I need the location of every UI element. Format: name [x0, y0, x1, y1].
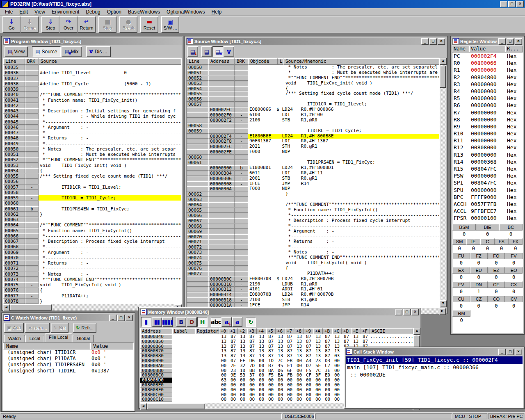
register-row[interactable]: R500000000Hex	[452, 95, 523, 102]
maximize-button[interactable]: □	[508, 1, 516, 7]
memory-byte[interactable]: 87	[228, 339, 238, 344]
memory-byte[interactable]: 13	[313, 354, 323, 358]
register-row[interactable]: R700000000Hex	[452, 109, 523, 116]
memory-byte[interactable]: 13	[238, 339, 247, 344]
step-button[interactable]: ⇓Step	[41, 16, 59, 33]
flag-cx[interactable]: CX	[505, 281, 523, 288]
flag-co[interactable]: CO	[488, 296, 505, 302]
memory-byte[interactable]: 00	[285, 388, 294, 393]
callstack-entry[interactable]: :: 000002DE	[346, 371, 523, 379]
memory-byte[interactable]: 87	[285, 349, 294, 354]
program-row[interactable]: 00075-void TID1_FixCycInt( void )	[3, 282, 181, 288]
memory-byte[interactable]: 87	[247, 349, 257, 354]
program-row[interactable]: 00063	[3, 217, 181, 222]
tab-file-local[interactable]: File Local	[45, 333, 72, 342]
program-row[interactable]: 00055/*** Setting fixed cycle count mode…	[3, 173, 181, 179]
memory-byte[interactable]: CF	[304, 373, 313, 378]
memory-byte[interactable]: 00	[276, 383, 285, 388]
memory-byte[interactable]: 87	[247, 354, 257, 358]
program-row[interactable]: 00058	[3, 190, 181, 195]
memory-byte[interactable]: 13	[219, 354, 228, 358]
flag-ce[interactable]: CE	[488, 281, 505, 288]
breakpoint-cell[interactable]	[25, 119, 39, 125]
program-row[interactable]: 00035	[3, 65, 181, 70]
minimize-button[interactable]: _	[500, 1, 507, 7]
source-row[interactable]: 00066 *---------------------------------…	[187, 213, 439, 218]
breakpoint-cell[interactable]	[25, 108, 39, 114]
memory-byte[interactable]: D6	[276, 368, 285, 373]
memory-byte[interactable]: 13	[257, 334, 266, 339]
memory-byte[interactable]: BB	[247, 368, 257, 373]
program-row[interactable]: 00070 *---------------------------------…	[3, 255, 181, 260]
memory-byte[interactable]: 87	[323, 339, 332, 344]
memory-tool-bars1-button[interactable]: ▮	[141, 317, 151, 327]
program-row[interactable]: 00051 * : Must be executed while interru…	[3, 152, 181, 157]
source-row[interactable]: 00051 * : Must be executed while interru…	[187, 70, 439, 75]
memory-byte[interactable]: 00	[294, 383, 304, 388]
memory-byte[interactable]: A4	[304, 358, 313, 363]
register-row[interactable]: SPU00000000Hex	[452, 187, 523, 194]
register-row[interactable]: R1200808000Hex	[452, 144, 523, 151]
breakpoint-cell[interactable]: -	[25, 163, 39, 168]
memory-byte[interactable]: 13	[294, 354, 304, 358]
register-radix[interactable]: Hex	[507, 102, 523, 109]
menu-environment[interactable]: Environment	[48, 9, 82, 15]
program-row[interactable]: 00039	[3, 87, 181, 92]
program-row[interactable]: 00056	[3, 179, 181, 184]
register-row[interactable]: FPSR00000100Hex	[452, 215, 523, 221]
memory-byte[interactable]: 87	[323, 344, 332, 349]
memory-byte[interactable]: 00	[294, 393, 304, 397]
memory-address[interactable]: 00800BC0	[140, 373, 172, 378]
register-row[interactable]: R900000000Hex	[452, 123, 523, 130]
minimize-button[interactable]: _	[109, 315, 116, 321]
tab-watch[interactable]: Watch	[4, 335, 25, 342]
program-row[interactable]: 00052 *""FUNC COMMENT END""*************…	[3, 157, 181, 162]
source-vscrollbar[interactable]: ▲ ▼	[440, 58, 446, 307]
flag-ez[interactable]: EZ	[488, 267, 505, 274]
breakpoint-cell[interactable]	[25, 87, 39, 92]
source-row[interactable]: 00056	[187, 96, 439, 102]
breakpoint-cell[interactable]	[25, 190, 39, 195]
memory-byte[interactable]: 13	[313, 334, 323, 339]
memory-byte[interactable]: 00	[332, 373, 342, 378]
breakpoint-cell[interactable]	[235, 197, 248, 202]
memory-byte[interactable]: 13	[219, 349, 228, 354]
register-radix[interactable]: Hex	[507, 123, 523, 130]
program-row[interactable]: 00074 *""FUNC COMMENT END""*************…	[3, 277, 181, 282]
breakpoint-cell[interactable]	[25, 266, 39, 271]
memory-byte[interactable]: 00	[304, 397, 313, 402]
register-radix[interactable]: Hex	[507, 144, 523, 151]
memory-byte[interactable]: BA	[266, 368, 276, 373]
program-row[interactable]: 00064/*""FUNC COMMENT""*****************…	[3, 222, 181, 228]
return-button[interactable]: ↵Return	[78, 16, 96, 33]
source-row[interactable]: 00074 *""FUNC COMMENT END""*************…	[187, 255, 439, 260]
source-row[interactable]: 00000304-6011 LDI R0,#H'11	[187, 171, 439, 176]
breakpoint-cell[interactable]	[25, 228, 39, 233]
source-row[interactable]: 00050 * Notes : The prescaler, etc. are …	[187, 65, 439, 70]
breakpoint-cell[interactable]	[25, 201, 39, 206]
register-row[interactable]: R300000000Hex	[452, 81, 523, 88]
memory-byte[interactable]: 00	[332, 358, 342, 363]
memory-byte[interactable]: 87	[247, 334, 257, 339]
memory-byte[interactable]: 00	[313, 378, 323, 383]
memory-byte[interactable]: 00	[219, 363, 228, 368]
memory-byte[interactable]: 13	[313, 344, 323, 349]
flag-ev[interactable]: EV	[452, 281, 470, 288]
breakpoint-cell[interactable]	[25, 255, 39, 260]
flag-fx[interactable]: FX	[509, 238, 523, 245]
breakpoint-cell[interactable]	[235, 260, 248, 266]
memory-row[interactable]: 00800B5013871387138713871387138713871387…	[140, 339, 413, 344]
breakpoint-cell[interactable]	[235, 208, 248, 213]
source-row[interactable]: 00070 *---------------------------------…	[187, 234, 439, 240]
program-row[interactable]: 00043 * Description : Initial settings f…	[3, 108, 181, 114]
memory-byte[interactable]: 87	[228, 334, 238, 339]
source-row[interactable]: 0000030C-E080070B $ LD24 R0,#H'80070B	[187, 276, 439, 282]
menu-basicwindows[interactable]: BasicWindows	[125, 9, 163, 15]
memory-byte[interactable]: 00	[285, 393, 294, 397]
source-row[interactable]: 000002FC-2021 STH R0,@R1	[187, 144, 439, 149]
breakpoint-cell[interactable]: -	[235, 297, 248, 303]
memory-byte[interactable]: 00	[228, 383, 238, 388]
memory-window-titlebar[interactable]: Memory Window [00800B40] _□×	[140, 308, 420, 315]
register-radix[interactable]: Hex	[507, 66, 523, 73]
memory-tool-refresh-button[interactable]: ↻	[246, 317, 256, 327]
